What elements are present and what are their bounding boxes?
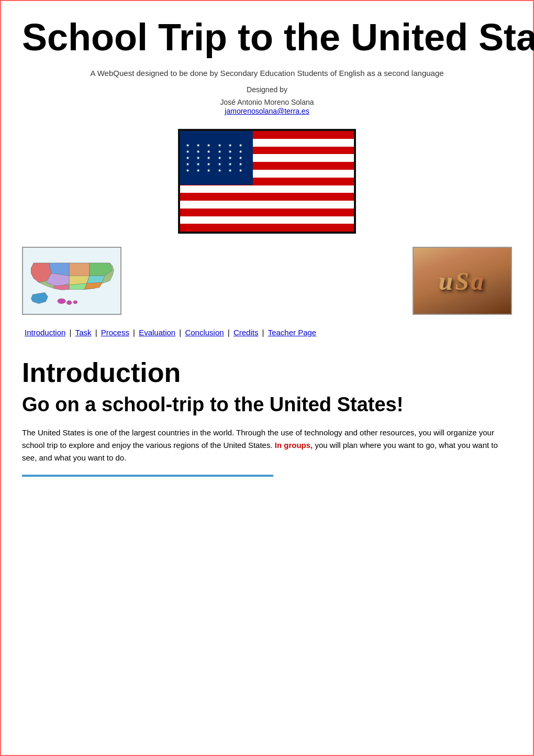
nav-link-introduction[interactable]: Introduction: [25, 328, 65, 337]
introduction-body: The United States is one of the largest …: [22, 426, 512, 464]
star-icon: ★: [196, 144, 205, 148]
star-icon: ★: [186, 150, 194, 154]
star-icon: ★: [239, 150, 247, 154]
nav-link-credits[interactable]: Credits: [233, 328, 259, 337]
star-icon: ★: [228, 150, 237, 154]
usa-3d-image: uSa: [413, 247, 512, 315]
introduction-section: Introduction Go on a school-trip to the …: [22, 358, 512, 477]
star-icon: ★: [239, 156, 247, 160]
star-icon: ★: [207, 150, 215, 154]
separator-6: |: [260, 328, 266, 337]
images-row: uSa: [22, 247, 512, 315]
author-email-link[interactable]: jamorenosolana@terra.es: [225, 107, 309, 115]
svg-marker-4: [69, 263, 90, 277]
designed-by-label: Designed by: [22, 85, 512, 94]
star-icon: ★: [218, 162, 226, 167]
separator-4: |: [177, 328, 183, 337]
navigation-bar: Introduction | Task | Process | Evaluati…: [22, 328, 512, 337]
star-icon: ★: [218, 144, 226, 148]
star-icon: ★: [228, 169, 237, 173]
star-icon: ★: [196, 156, 205, 160]
nav-link-task[interactable]: Task: [75, 328, 92, 337]
star-icon: ★: [196, 150, 205, 154]
star-icon: ★: [228, 156, 237, 160]
main-title: School Trip to the United States: [22, 17, 512, 58]
subtitle: A WebQuest designed to be done by Second…: [22, 69, 512, 78]
introduction-heading: Introduction: [22, 358, 512, 388]
intro-bold-text: In groups,: [275, 441, 313, 450]
separator-3: |: [131, 328, 137, 337]
star-icon: ★: [239, 162, 247, 167]
nav-link-teacher-page[interactable]: Teacher Page: [268, 328, 317, 337]
canton-stars: ★ ★ ★ ★ ★ ★ ★ ★ ★ ★ ★ ★ ★ ★ ★ ★ ★: [182, 133, 251, 183]
author-name: José Antonio Moreno Solana: [22, 98, 512, 106]
star-icon: ★: [239, 144, 247, 148]
stripe-12: [180, 216, 354, 224]
svg-point-13: [58, 299, 66, 304]
introduction-subheading: Go on a school-trip to the United States…: [22, 393, 512, 417]
us-map-svg: [23, 248, 120, 314]
nav-link-conclusion[interactable]: Conclusion: [185, 328, 224, 337]
separator-1: |: [67, 328, 73, 337]
stripe-9: [180, 193, 354, 201]
stripe-8: [180, 185, 354, 193]
nav-link-process[interactable]: Process: [101, 328, 129, 337]
usa-flag: ★ ★ ★ ★ ★ ★ ★ ★ ★ ★ ★ ★ ★ ★ ★ ★ ★: [178, 129, 356, 234]
star-icon: ★: [228, 144, 237, 148]
stripe-10: [180, 201, 354, 209]
star-icon: ★: [207, 162, 215, 167]
star-icon: ★: [186, 162, 194, 167]
star-icon: ★: [207, 156, 215, 160]
star-icon: ★: [228, 162, 237, 167]
star-icon: ★: [196, 162, 205, 167]
star-icon: ★: [186, 144, 194, 148]
section-divider: [22, 475, 273, 477]
star-icon: ★: [239, 169, 247, 173]
nav-link-evaluation[interactable]: Evaluation: [139, 328, 175, 337]
star-icon: ★: [186, 169, 194, 173]
star-icon: ★: [207, 144, 215, 148]
page-wrapper: School Trip to the United States A WebQu…: [0, 0, 534, 756]
separator-5: |: [226, 328, 232, 337]
stripe-11: [180, 209, 354, 216]
star-icon: ★: [218, 156, 226, 160]
usa-3d-container: uSa: [414, 248, 511, 314]
star-icon: ★: [218, 150, 226, 154]
usa-3d-text: uSa: [439, 267, 485, 295]
svg-point-15: [73, 301, 77, 304]
flag-canton: ★ ★ ★ ★ ★ ★ ★ ★ ★ ★ ★ ★ ★ ★ ★ ★ ★: [180, 131, 253, 185]
stripe-13: [180, 224, 354, 232]
us-map-image: [22, 247, 121, 315]
star-icon: ★: [218, 169, 226, 173]
star-icon: ★: [207, 169, 215, 173]
star-icon: ★: [186, 156, 194, 160]
star-icon: ★: [196, 169, 205, 173]
svg-point-14: [66, 301, 72, 305]
author-block: José Antonio Moreno Solana jamorenosolan…: [22, 98, 512, 116]
flag-container: ★ ★ ★ ★ ★ ★ ★ ★ ★ ★ ★ ★ ★ ★ ★ ★ ★: [22, 129, 512, 234]
separator-2: |: [93, 328, 99, 337]
